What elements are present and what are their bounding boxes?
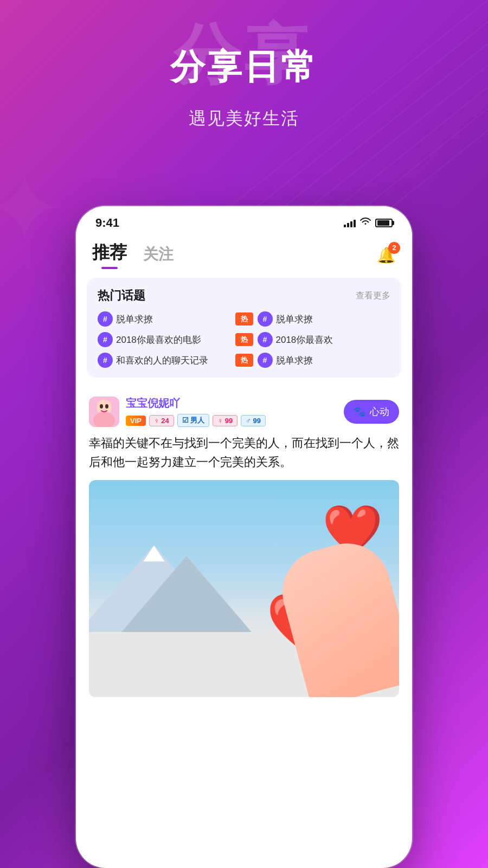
hot-topic-text: 脱单求撩 [116,313,153,326]
hashtag-icon: # [258,311,273,327]
list-item[interactable]: # 和喜欢的人的聊天记录 [98,353,231,368]
hot-badge: 热 [235,333,253,346]
hot-topics-section: 热门话题 查看更多 # 脱单求撩 热 # 脱单求撩 # 2018你最喜欢的电 [87,278,401,378]
notification-bell-button[interactable]: 🔔 2 [377,246,396,264]
gender-age-tag: ♀ 24 [149,415,174,426]
hot-topics-title: 热门话题 [98,288,145,304]
hot-topic-text: 2018你最喜欢的电影 [116,334,201,346]
tab-recommended[interactable]: 推荐 [92,241,127,269]
vip-tag: VIP [126,416,146,426]
post-text-content: 幸福的关键不在与找到一个完美的人，而在找到一个人，然后和他一起努力建立一个完美的… [89,433,399,471]
hand-heart-area: ❤️ ❤️ [228,480,399,697]
hero-subtitle: 遇见美好生活 [0,107,488,131]
hot-topic-text: 脱单求撩 [276,313,313,326]
hot-topics-header: 热门话题 查看更多 [98,288,390,304]
hot-topic-text: 脱单求撩 [276,354,313,367]
heart-button[interactable]: 🐾 心动 [344,400,399,424]
hot-topics-grid: # 脱单求撩 热 # 脱单求撩 # 2018你最喜欢的电影 热 # 2018你最… [98,311,390,368]
hand-shape [273,534,399,697]
hot-topic-text: 和喜欢的人的聊天记录 [116,354,208,367]
hearts-overlay: ❤️ ❤️ [228,480,399,697]
phone-mockup: 9:41 [76,206,412,868]
list-item[interactable]: # 脱单求撩 [98,311,231,327]
status-time: 9:41 [95,216,119,230]
hashtag-icon: # [258,353,273,368]
heart-button-label: 心动 [370,405,389,418]
hot-badge: 热 [235,312,253,326]
male-count-tag: ♂ 99 [241,415,266,426]
username: 宝宝倪妮吖 [126,396,266,411]
post-image: ❤️ ❤️ [89,480,399,697]
nav-tabs: 推荐 关注 🔔 2 [76,235,412,269]
hashtag-icon: # [98,311,113,327]
svg-point-10 [100,404,103,409]
hashtag-icon: # [258,332,273,347]
hot-topics-more-link[interactable]: 查看更多 [356,290,390,302]
user-tags: VIP ♀ 24 ☑ 男人 ♀ 99 ♂ 99 [126,414,266,427]
tab-following[interactable]: 关注 [143,244,174,269]
member-tag: ☑ 男人 [177,414,210,427]
list-item[interactable]: # 2018你最喜欢 [258,332,391,347]
hashtag-icon: # [98,353,113,368]
svg-point-11 [105,404,108,409]
hero-title: 分享日常 [0,43,488,91]
female-count-tag: ♀ 99 [213,415,237,426]
user-info: 宝宝倪妮吖 VIP ♀ 24 ☑ 男人 ♀ 99 ♂ 99 [126,396,266,427]
avatar [89,397,119,427]
hero-section: 分享 分享日常 遇见美好生活 [0,33,488,131]
post-card: 宝宝倪妮吖 VIP ♀ 24 ☑ 男人 ♀ 99 ♂ 99 🐾 心动 [76,386,412,703]
paw-icon: 🐾 [354,406,365,418]
phone-frame: 9:41 [76,206,412,868]
list-item[interactable]: # 脱单求撩 [258,353,391,368]
post-user-info: 宝宝倪妮吖 VIP ♀ 24 ☑ 男人 ♀ 99 ♂ 99 [89,396,266,427]
hot-badge: 热 [235,354,253,367]
battery-icon [375,219,393,227]
notification-badge: 2 [388,242,400,254]
list-item[interactable]: # 脱单求撩 [258,311,391,327]
wifi-icon [360,218,371,229]
hashtag-icon: # [98,332,113,347]
hot-topic-text: 2018你最喜欢 [276,334,333,346]
signal-bars-icon [344,219,356,227]
nav-left: 推荐 关注 [92,241,174,269]
status-bar: 9:41 [76,206,412,235]
post-header: 宝宝倪妮吖 VIP ♀ 24 ☑ 男人 ♀ 99 ♂ 99 🐾 心动 [89,396,399,427]
status-icons [344,218,393,229]
list-item[interactable]: # 2018你最喜欢的电影 [98,332,231,347]
star-decoration: ✦ [0,152,66,265]
